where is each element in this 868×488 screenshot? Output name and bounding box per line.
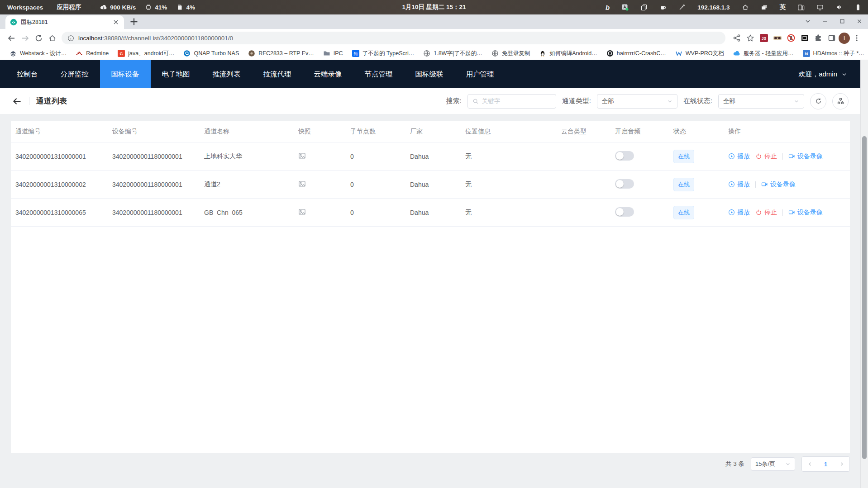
home-tray-icon[interactable] (742, 4, 749, 11)
bookmark-item[interactable]: 知了不起的 TypeScri… (348, 48, 419, 59)
location-cell: 无 (461, 171, 557, 199)
snapshot-cell (294, 142, 346, 171)
nav-item-2[interactable]: 分屏监控 (49, 60, 100, 88)
nav-item-6[interactable]: 拉流代理 (252, 60, 303, 88)
refresh-button[interactable] (810, 93, 826, 109)
nav-item-9[interactable]: 国标级联 (404, 60, 455, 88)
applications-menu[interactable]: 应用程序 (57, 3, 81, 11)
channel-id-cell: 34020000001310000001 (11, 142, 108, 171)
prev-page-button[interactable] (802, 457, 818, 471)
page-back-button[interactable] (12, 96, 22, 106)
star-icon (746, 34, 754, 42)
next-page-button[interactable] (834, 457, 849, 471)
audio-toggle[interactable] (615, 207, 634, 217)
nav-item-4[interactable]: 电子地图 (151, 60, 201, 88)
side-panel-button[interactable] (825, 31, 839, 45)
bookmark-item[interactable]: 服务器 - 轻量应用… (729, 48, 798, 59)
sitemap-icon (837, 98, 844, 104)
nav-item-7[interactable]: 云端录像 (303, 60, 353, 88)
record-action[interactable]: 设备录像 (761, 180, 796, 189)
play-circle-icon (728, 209, 735, 216)
minimize-button[interactable] (822, 18, 828, 24)
bookmark-item[interactable]: 1.8W字|了不起的… (419, 48, 486, 59)
new-tab-button[interactable] (129, 16, 139, 27)
color-picker-tray-icon[interactable] (678, 4, 686, 11)
share-button[interactable] (730, 31, 744, 45)
browser-home-button[interactable] (45, 31, 59, 45)
record-action[interactable]: 设备录像 (788, 208, 823, 217)
ip-address-indicator[interactable]: 192.168.1.3 (697, 4, 730, 11)
bookmark-item[interactable]: RFC2833 – RTP Ev… (244, 48, 318, 58)
clipboard-tray-icon[interactable] (640, 4, 648, 11)
page-number[interactable]: 1 (818, 457, 834, 471)
bookmark-star-button[interactable] (744, 31, 757, 45)
extension-proxy[interactable] (771, 31, 784, 45)
bookmark-item[interactable]: 免登录复制 (487, 48, 534, 59)
browser-tab[interactable]: 国标28181 (5, 15, 124, 29)
record-action[interactable]: 设备录像 (788, 152, 823, 161)
extensions-button[interactable] (811, 31, 825, 45)
page-header: 通道列表 搜索: 关键字 通道类型: 全部 在线状态: 全部 (0, 88, 861, 114)
extension-js[interactable]: JS (757, 31, 771, 45)
browser-menu-button[interactable] (850, 31, 863, 45)
bookmark-item[interactable]: IPC (319, 48, 347, 58)
snapshot-icon[interactable] (298, 180, 306, 188)
audio-toggle[interactable] (615, 151, 634, 161)
profile-avatar[interactable]: I (839, 33, 850, 44)
bookmark-item[interactable]: Cjava、android可… (114, 48, 178, 59)
bookmark-item[interactable]: Webstack - 设计… (5, 48, 71, 59)
online-status-select[interactable]: 全部 (718, 94, 804, 109)
caffeine-tray-icon[interactable] (659, 4, 667, 11)
bookmark-item[interactable]: WVP-PRO文档 (671, 48, 728, 59)
play-action[interactable]: 播放 (728, 208, 750, 217)
screenshot-app-tray-icon[interactable] (621, 4, 629, 11)
nav-item-1[interactable]: 控制台 (5, 60, 49, 88)
stop-action[interactable]: 停止 (755, 152, 777, 161)
play-action[interactable]: 播放 (728, 152, 750, 161)
site-info-icon[interactable] (67, 35, 74, 42)
tree-view-button[interactable] (832, 93, 849, 109)
user-menu[interactable]: 欢迎，admin (798, 60, 861, 88)
nav-item-8[interactable]: 节点管理 (353, 60, 404, 88)
back-button[interactable] (5, 31, 18, 45)
scrollbar-thumb[interactable] (862, 136, 867, 459)
nav-item-5[interactable]: 推流列表 (201, 60, 252, 88)
bookmark-label: HDAtmos :: 种子 *… (813, 50, 864, 57)
stop-action[interactable]: 停止 (755, 208, 777, 217)
nav-item-10[interactable]: 用户管理 (455, 60, 506, 88)
extension-dark[interactable] (798, 31, 811, 45)
bookmark-item[interactable]: Redmine (72, 48, 113, 58)
table-body: 3402000000131000000134020000001180000001… (11, 142, 850, 227)
snapshot-icon[interactable] (298, 208, 306, 216)
battery-icon[interactable] (854, 4, 862, 11)
address-bar[interactable]: localhost:38080/#/channelList/3402000000… (62, 32, 725, 44)
devices-icon[interactable] (797, 4, 805, 11)
maximize-button[interactable] (839, 18, 845, 24)
forward-button[interactable] (18, 31, 32, 45)
channel-type-select[interactable]: 全部 (597, 94, 677, 109)
table-card: 通道编号设备编号通道名称快照子节点数厂家位置信息云台类型开启音频状态操作 340… (11, 121, 850, 453)
play-action[interactable]: 播放 (728, 180, 750, 189)
scrollbar (860, 60, 868, 488)
search-input[interactable]: 关键字 (467, 94, 556, 109)
workspaces-menu[interactable]: Workspaces (7, 4, 43, 11)
tab-close-icon[interactable] (112, 19, 119, 26)
bookmark-item[interactable]: 如何编译Android… (535, 48, 601, 59)
tab-search-icon[interactable] (805, 18, 811, 24)
clock[interactable]: 1月10日 星期二 15：21 (402, 3, 466, 11)
window-close-button[interactable] (856, 18, 863, 24)
reload-button[interactable] (32, 31, 45, 45)
bookmark-item[interactable]: QNAP Turbo NAS (179, 48, 243, 58)
nav-item-3[interactable]: 国标设备 (100, 60, 151, 88)
snapshot-icon[interactable] (298, 152, 306, 160)
audio-toggle[interactable] (615, 179, 634, 189)
window-switcher-icon[interactable] (761, 4, 768, 11)
extension-blocker[interactable] (784, 31, 798, 45)
bing-tray-icon[interactable]: b (606, 4, 610, 11)
display-icon[interactable] (816, 4, 824, 11)
bookmark-item[interactable]: hairrrrr/C-CrashC… (602, 48, 670, 58)
page-size-select[interactable]: 15条/页 (751, 457, 795, 471)
input-method-indicator[interactable]: 英 (780, 3, 786, 11)
bookmark-item[interactable]: NHDAtmos :: 种子 *… (799, 48, 868, 59)
volume-icon[interactable] (835, 4, 843, 11)
